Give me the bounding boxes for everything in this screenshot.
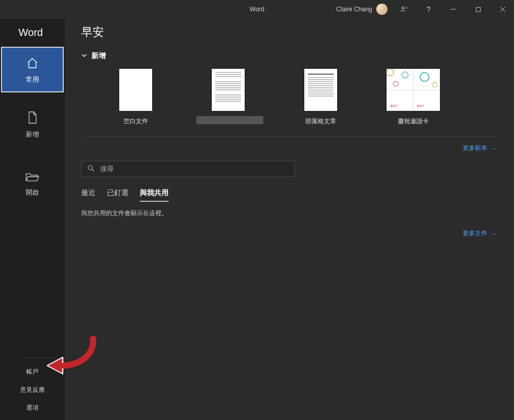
template-label: 慶祝邀請卡 (381, 117, 445, 126)
help-icon[interactable]: ? (417, 0, 440, 18)
minimize-button[interactable] (442, 0, 465, 18)
brand: Word (0, 24, 65, 47)
sidebar-item-open[interactable]: 開啟 (0, 162, 65, 204)
share-icon[interactable] (393, 0, 415, 18)
svg-line-6 (92, 169, 94, 171)
sidebar-bottom: 帳戶 意見反應 選項 (0, 357, 65, 417)
close-button[interactable] (491, 0, 514, 18)
svg-point-0 (402, 7, 404, 9)
greeting: 早安 (81, 25, 497, 40)
template-blog[interactable]: 部落格文章 (289, 69, 353, 126)
sidebar: Word 常用 新增 開啟 帳戶 意見反應 選項 (0, 18, 65, 420)
sidebar-options[interactable]: 選項 (0, 399, 65, 417)
new-doc-icon (0, 111, 65, 126)
more-docs-link[interactable]: 更多文件 → (81, 229, 497, 238)
sidebar-item-home[interactable]: 常用 (1, 47, 64, 92)
template-label: 空白文件 (104, 117, 168, 126)
search-input[interactable]: 搜尋 (81, 161, 295, 177)
sidebar-item-new[interactable]: 新增 (0, 102, 65, 146)
folder-open-icon (0, 171, 65, 184)
avatar[interactable] (376, 4, 388, 15)
sidebar-item-label: 常用 (26, 75, 39, 83)
template-item[interactable] (196, 69, 260, 126)
sidebar-item-label: 新增 (26, 130, 39, 138)
app-title: Word (250, 6, 264, 13)
template-label: 部落格文章 (289, 117, 353, 126)
chevron-down-icon (81, 52, 87, 60)
tab-pinned[interactable]: 已釘選 (107, 188, 128, 202)
home-icon (2, 57, 63, 71)
template-label (196, 116, 263, 124)
tab-shared[interactable]: 與我共用 (140, 188, 169, 202)
empty-shared-message: 與您共用的文件會顯示在這裡。 (81, 209, 497, 218)
search-placeholder: 搜尋 (100, 164, 114, 174)
svg-rect-2 (476, 7, 480, 11)
template-invitation[interactable]: 邀請卡 邀請卡 慶祝邀請卡 (381, 69, 445, 126)
user-name[interactable]: Claire Chang (336, 6, 372, 13)
tab-recent[interactable]: 最近 (81, 188, 96, 202)
titlebar-right: Claire Chang ? (336, 0, 514, 18)
template-blank[interactable]: 空白文件 (104, 69, 168, 126)
arrow-right-icon: → (490, 230, 497, 237)
sidebar-feedback[interactable]: 意見反應 (0, 381, 65, 399)
tabs: 最近 已釘選 與我共用 (81, 188, 497, 202)
main-content: 早安 新增 空白文件 部落格文章 (65, 18, 514, 420)
sidebar-item-label: 開啟 (26, 188, 39, 196)
svg-point-5 (88, 165, 93, 169)
section-title: 新增 (91, 51, 106, 61)
title-bar: Word Claire Chang ? (0, 0, 514, 18)
maximize-button[interactable] (467, 0, 489, 18)
more-templates-link[interactable]: 更多範本 → (81, 144, 497, 152)
arrow-right-icon: → (490, 145, 497, 152)
sidebar-account[interactable]: 帳戶 (0, 363, 65, 381)
search-icon (87, 164, 95, 174)
templates-row: 空白文件 部落格文章 邀請卡 邀請卡 慶祝邀請卡 (81, 69, 497, 126)
new-section-header[interactable]: 新增 (81, 51, 497, 61)
